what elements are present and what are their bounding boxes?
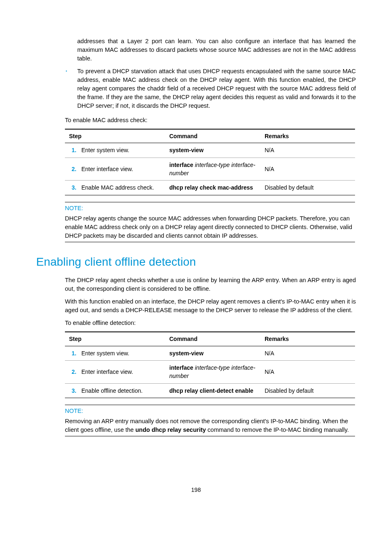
command-text: system-view (169, 350, 203, 357)
note-body: Removing an ARP entry manually does not … (65, 417, 355, 434)
note-label: NOTE: (65, 407, 355, 415)
bullet-item: To prevent a DHCP starvation attack that… (36, 67, 356, 110)
bullet-list: To prevent a DHCP starvation attack that… (36, 67, 356, 110)
note-rule-top (65, 405, 355, 405)
intro-paragraph: addresses that a Layer 2 port can learn.… (77, 37, 356, 63)
step-cell: 1.Enter system view. (65, 346, 167, 360)
step-number: 1. (67, 349, 76, 357)
note-label: NOTE: (65, 204, 355, 213)
command-keyword: interface (169, 162, 193, 168)
remarks-cell: Disabled by default (262, 383, 355, 398)
command-cell: interface interface-type interface-numbe… (167, 158, 262, 181)
note-block: NOTE: Removing an ARP entry manually doe… (65, 405, 355, 436)
th-remarks: Remarks (262, 332, 355, 346)
step-number: 2. (67, 165, 76, 173)
table-row: 2.Enter interface view. interface interf… (65, 158, 355, 181)
th-remarks: Remarks (262, 129, 355, 143)
step-number: 3. (67, 183, 76, 192)
remarks-cell: N/A (262, 158, 355, 181)
th-command: Command (167, 129, 262, 143)
remarks-cell: N/A (262, 346, 355, 360)
step-number: 3. (67, 387, 76, 395)
step-text: Enable MAC address check. (81, 184, 154, 191)
step-number: 1. (67, 146, 76, 154)
step-text: Enter interface view. (81, 368, 133, 375)
note-block: NOTE: DHCP relay agents change the sourc… (65, 202, 355, 242)
command-text: dhcp relay client-detect enable (169, 387, 254, 394)
note-rule-bottom (65, 436, 355, 436)
table-row: 3.Enable offline detection. dhcp relay c… (65, 383, 355, 398)
page-number: 198 (36, 486, 356, 494)
remarks-cell: Disabled by default (262, 181, 355, 195)
th-command: Command (167, 332, 262, 346)
table-header-row: Step Command Remarks (65, 332, 355, 346)
command-cell: system-view (167, 346, 262, 360)
table-header-row: Step Command Remarks (65, 129, 355, 143)
enable-mac-intro: To enable MAC address check: (65, 116, 356, 125)
step-cell: 3.Enable offline detection. (65, 383, 167, 398)
offline-detection-table: Step Command Remarks 1.Enter system view… (65, 331, 355, 398)
body-paragraph: With this function enabled on an interfa… (65, 297, 356, 315)
body-paragraph: To enable offline detection: (65, 319, 356, 327)
step-cell: 1.Enter system view. (65, 143, 167, 158)
table-row: 3.Enable MAC address check. dhcp relay c… (65, 181, 355, 195)
table-row: 2.Enter interface view. interface interf… (65, 360, 355, 383)
table-row: 1.Enter system view. system-view N/A (65, 346, 355, 360)
step-text: Enter interface view. (81, 166, 133, 172)
command-cell: system-view (167, 143, 262, 158)
step-cell: 3.Enable MAC address check. (65, 181, 167, 195)
remarks-cell: N/A (262, 360, 355, 383)
table-row: 1.Enter system view. system-view N/A (65, 143, 355, 158)
th-step: Step (65, 129, 167, 143)
command-cell: dhcp relay client-detect enable (167, 383, 262, 398)
command-text: dhcp relay check mac-address (169, 184, 253, 191)
th-step: Step (65, 332, 167, 346)
body-paragraph: The DHCP relay agent checks whether a us… (65, 276, 356, 293)
step-cell: 2.Enter interface view. (65, 158, 167, 181)
command-cell: dhcp relay check mac-address (167, 181, 262, 195)
note-text-post: command to remove the IP-to-MAC binding … (206, 426, 349, 433)
command-cell: interface interface-type interface-numbe… (167, 360, 262, 383)
step-text: Enter system view. (81, 350, 129, 357)
step-text: Enable offline detection. (81, 387, 143, 394)
note-rule-top (65, 202, 355, 202)
note-body: DHCP relay agents change the source MAC … (65, 214, 355, 240)
step-cell: 2.Enter interface view. (65, 360, 167, 383)
step-text: Enter system view. (81, 147, 129, 153)
note-text-bold: undo dhcp relay security (135, 426, 206, 433)
command-keyword: interface (169, 364, 193, 371)
remarks-cell: N/A (262, 143, 355, 158)
command-text: system-view (169, 147, 203, 153)
step-number: 2. (67, 368, 76, 376)
section-heading: Enabling client offline detection (36, 254, 356, 271)
note-rule-bottom (65, 242, 355, 242)
mac-check-table: Step Command Remarks 1.Enter system view… (65, 129, 355, 195)
